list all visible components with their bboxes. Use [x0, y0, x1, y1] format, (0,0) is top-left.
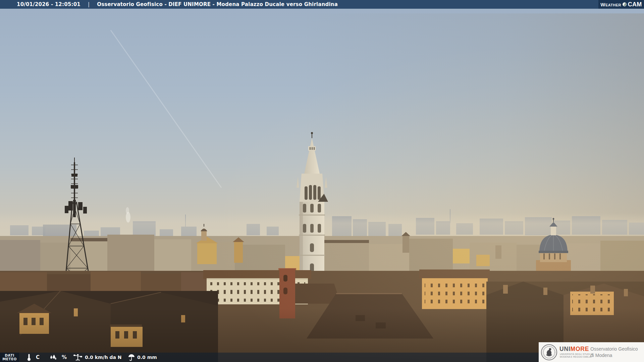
wind-reading: 0.0 km/h da N	[73, 353, 122, 362]
uni-text: UNI	[559, 346, 571, 352]
webcam-photo	[0, 0, 644, 362]
unimore-wordmark: UNIMORE	[559, 346, 589, 353]
separator: |	[88, 1, 90, 7]
title-bar: 10/01/2026 - 12:05:01 | Osservatorio Geo…	[0, 0, 644, 9]
rain-value: 0.0 mm	[137, 355, 157, 360]
webcam-viewer: 10/01/2026 - 12:05:01 | Osservatorio Geo…	[0, 0, 644, 362]
more-text: MORE	[571, 346, 589, 352]
timestamp-text: 10/01/2026 - 12:05:01	[17, 1, 80, 7]
unimore-seal-icon	[540, 344, 558, 361]
unimore-logo-box[interactable]: UNIMORE UNIVERSITÀ DEGLI STUDI DI MODENA…	[539, 342, 644, 362]
weather-label: Weather	[600, 2, 621, 7]
wind-value: 0.0 km/h da N	[85, 355, 122, 360]
temperature-unit: C	[36, 354, 40, 360]
weathercam-badge[interactable]: Weather CAM	[598, 0, 644, 9]
camera-title: Osservatorio Geofisico - DIEF UNIMORE - …	[97, 1, 338, 7]
droplets-icon	[49, 354, 57, 361]
globe-icon	[623, 2, 627, 6]
anemometer-icon	[73, 354, 83, 361]
umbrella-icon	[128, 354, 135, 361]
cam-label: CAM	[628, 1, 642, 8]
rain-reading: 0.0 mm	[128, 353, 157, 362]
temperature-reading: C	[27, 353, 40, 362]
thermometer-icon	[27, 354, 31, 361]
humidity-reading: %	[49, 353, 67, 362]
dati-meteo-label: DATI METEO	[0, 353, 19, 362]
observatory-name: Osservatorio Geofisico di Modena	[590, 346, 638, 359]
humidity-unit: %	[62, 354, 67, 360]
sunlight-glow	[0, 0, 644, 362]
university-subtitle: UNIVERSITÀ DEGLI STUDI DI MODENA E REGGI…	[560, 353, 593, 358]
